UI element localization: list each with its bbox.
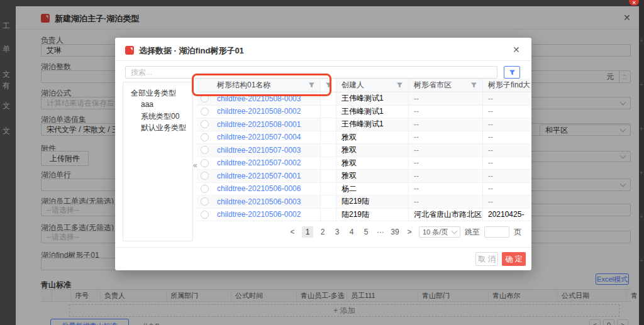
table-row[interactable]: childtree-20210507-0003 雅双 -- -- — [197, 144, 531, 157]
page-number[interactable]: 3 — [332, 226, 342, 238]
row-radio[interactable] — [201, 197, 209, 206]
data-table: 树形结构01名称 创建人 树形省市区 树形子find大 child — [197, 79, 531, 222]
cell-creator: 雅双 — [336, 170, 409, 182]
select-data-modal: 选择数据 · 湖泊find树形子01 ✕ 全部业务类型 aaa 系统类型00 默… — [115, 38, 531, 270]
tree-item-link[interactable]: childtree-20210507-0002 — [217, 158, 301, 167]
cell-creator: 雅双 — [336, 131, 409, 144]
tree-item-link[interactable]: childtree-20210506-0006 — [217, 184, 301, 193]
cell-creator: 陆219陆 — [336, 209, 409, 221]
row-radio[interactable] — [201, 146, 209, 154]
filter-funnel-icon[interactable] — [325, 82, 332, 89]
row-radio[interactable] — [201, 133, 209, 141]
cell-region: -- — [409, 118, 483, 131]
cell-region: -- — [409, 106, 483, 118]
col-header-creator: 创建人 — [341, 80, 364, 91]
cell-region: -- — [409, 183, 483, 196]
page-number[interactable]: 5 — [361, 226, 371, 238]
page-next[interactable]: > — [404, 226, 414, 238]
page-size-select[interactable]: 10 条/页 — [419, 226, 460, 238]
cell-extra: -- — [483, 170, 531, 182]
row-radio[interactable] — [201, 185, 209, 193]
cell-region: -- — [409, 196, 483, 208]
page-number[interactable]: 39 — [390, 226, 400, 238]
cell-region: -- — [409, 144, 483, 157]
category-root[interactable]: 全部业务类型 — [131, 88, 176, 99]
table-row[interactable]: childtree-20210506-0002 陆219陆 河北省唐山市路北区 … — [197, 209, 531, 222]
screen: 工 单 文 有 文 文 + + + + + + 新建湖泊主子·湖泊类型 ✕ 负责… — [0, 0, 644, 325]
table-row[interactable]: childtree-20210508-0003 王伟峰测试1 -- -- — [197, 92, 531, 106]
divider — [115, 247, 531, 248]
page-prev[interactable]: < — [287, 226, 297, 238]
header-radio-col — [197, 79, 212, 92]
tree-item-link[interactable]: childtree-20210508-0002 — [217, 107, 301, 116]
page-number[interactable]: 2 — [318, 226, 328, 238]
tree-item-link[interactable]: childtree-20210506-0003 — [217, 197, 301, 206]
cell-region: -- — [409, 157, 483, 170]
pagination: < 1 2 3 4 5 ··· 39 > 10 条/页 跳至 页 — [287, 226, 521, 238]
cell-creator: 雅双 — [336, 157, 409, 170]
table-row[interactable]: childtree-20210508-0001 王伟峰测试1 -- -- — [197, 118, 531, 131]
cell-creator: 王伟峰测试1 — [336, 106, 409, 118]
jump-page-input[interactable] — [484, 226, 509, 238]
category-item[interactable]: 系统类型00 — [141, 111, 179, 122]
table-row[interactable]: childtree-20210506-0003 陆219陆 -- -- — [197, 196, 531, 209]
cell-extra: -- — [483, 92, 531, 105]
tree-item-link[interactable]: childtree-20210507-0004 — [217, 133, 301, 141]
cell-creator: 王伟峰测试1 — [336, 92, 409, 105]
tree-item-link[interactable]: childtree-20210508-0003 — [217, 94, 301, 103]
cell-creator: 雅双 — [336, 144, 409, 157]
category-item[interactable]: 默认业务类型 — [141, 123, 186, 133]
filter-funnel-icon[interactable] — [470, 82, 477, 89]
cell-extra: 20210425- — [483, 209, 531, 221]
divider — [115, 60, 531, 61]
table-header-row: 树形结构01名称 创建人 树形省市区 树形子find大 — [197, 79, 531, 92]
cell-extra: -- — [483, 183, 531, 196]
filter-funnel-icon[interactable] — [396, 82, 403, 89]
tree-item-link[interactable]: childtree-20210507-0001 — [217, 172, 301, 180]
table-row[interactable]: childtree-20210508-0002 王伟峰测试1 -- -- — [197, 106, 531, 119]
tree-item-link[interactable]: childtree-20210507-0003 — [217, 146, 301, 155]
cancel-button[interactable]: 取 消 — [475, 252, 498, 266]
cell-extra: -- — [483, 118, 531, 131]
confirm-button[interactable]: 确 定 — [502, 252, 526, 266]
modal-title: 选择数据 · 湖泊find树形子01 — [139, 45, 244, 57]
col-header-region: 树形省市区 — [414, 80, 452, 91]
modal-close-icon[interactable]: ✕ — [513, 45, 520, 55]
cell-extra: -- — [483, 144, 531, 157]
table-row[interactable]: childtree-20210507-0001 雅双 -- -- — [197, 170, 531, 183]
tree-item-link[interactable]: childtree-20210506-0002 — [217, 210, 301, 219]
cell-extra: -- — [483, 106, 531, 118]
cell-region: -- — [409, 131, 483, 144]
row-radio[interactable] — [201, 107, 209, 116]
col-header-name: 树形结构01名称 — [217, 80, 270, 91]
filter-funnel-icon[interactable] — [308, 82, 315, 89]
cell-extra: -- — [483, 196, 531, 208]
row-radio[interactable] — [201, 159, 209, 167]
cell-creator: 王伟峰测试1 — [336, 118, 409, 131]
row-radio[interactable] — [201, 211, 209, 219]
category-item[interactable]: aaa — [141, 100, 153, 109]
cell-creator: 杨二 — [336, 183, 409, 196]
page-ellipsis[interactable]: ··· — [375, 226, 386, 238]
page-number[interactable]: 4 — [347, 226, 357, 238]
col-header-extra: 树形子find大 — [488, 80, 530, 91]
filter-funnel-icon — [509, 69, 516, 76]
jump-label: 跳至 — [465, 227, 480, 238]
table-row[interactable]: childtree-20210507-0002 雅双 -- -- — [197, 157, 531, 170]
page-number[interactable]: 1 — [302, 226, 313, 238]
cell-extra: -- — [483, 131, 531, 144]
jump-unit: 页 — [514, 227, 521, 238]
table-row[interactable]: childtree-20210506-0006 杨二 -- -- — [197, 183, 531, 196]
row-radio[interactable] — [201, 172, 209, 180]
cell-region: 河北省唐山市路北区 — [409, 209, 483, 221]
search-input[interactable] — [125, 66, 497, 79]
table-row[interactable]: childtree-20210507-0004 雅双 -- -- — [197, 131, 531, 145]
row-radio[interactable] — [201, 120, 209, 128]
brand-doc-icon — [125, 46, 134, 55]
chevron-down-icon — [452, 228, 458, 234]
filter-button[interactable] — [504, 66, 520, 79]
page-size-value: 10 条/页 — [423, 228, 448, 237]
row-radio[interactable] — [201, 94, 209, 102]
cell-extra: -- — [483, 157, 531, 170]
tree-item-link[interactable]: childtree-20210508-0001 — [217, 120, 301, 129]
